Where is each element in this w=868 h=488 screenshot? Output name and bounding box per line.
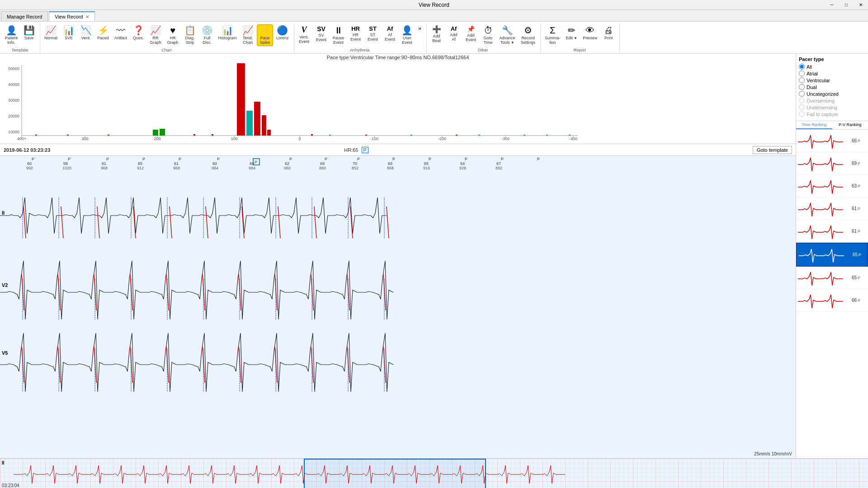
save-button[interactable]: 💾 Save (21, 24, 37, 42)
hr-graph-button[interactable]: ♥ HRGraph (165, 24, 181, 46)
tab-bar: Manage Record View Record ✕ (0, 10, 868, 22)
svg-rect-37 (311, 134, 313, 136)
ranking-list: 66 P 69 P 63 P (796, 130, 868, 458)
normal-button[interactable]: 📈 Normal (42, 24, 60, 42)
st-event-button[interactable]: ST STEvent (365, 24, 381, 43)
rank-item-7[interactable]: 65 P (796, 267, 868, 289)
close-button[interactable]: ✕ (854, 0, 868, 10)
rank-wave-6 (799, 244, 849, 265)
goto-time-button[interactable]: ⏱ GotoTime (480, 24, 496, 46)
hr-event-button[interactable]: HR HREvent (348, 24, 364, 43)
svg-rect-41 (456, 135, 458, 136)
pv-ranking-tab[interactable]: P-V Ranking (832, 121, 868, 129)
rank-wave-8 (798, 290, 848, 310)
svg-line-95 (206, 206, 208, 238)
maximize-button[interactable]: □ (839, 0, 854, 10)
beat-markers-svg: P 60 992 P 58 1020 P 61 968 (14, 157, 796, 170)
pause-event-button[interactable]: ⏸ PauseEvent (330, 24, 347, 46)
pacer-dual-option[interactable]: Dual (799, 84, 865, 90)
rank-item-1[interactable]: 66 P (796, 130, 868, 152)
add-event-button[interactable]: 📌 AddEvent (463, 24, 479, 43)
rank-item-6[interactable]: 65 P (796, 243, 868, 267)
svg-line-140 (239, 347, 241, 383)
goto-template-button[interactable]: Goto template (753, 146, 792, 154)
rank-item-5[interactable]: 61 P (796, 220, 868, 243)
rank-value-6: 65 (849, 252, 858, 257)
af-event-button[interactable]: Af AfEvent (382, 24, 398, 43)
patient-info-button[interactable]: 👤 PatientInfo. (3, 24, 20, 46)
svg-text:58: 58 (63, 161, 68, 166)
rank-wave-4 (798, 198, 848, 219)
vent-button[interactable]: 📉 Vent. (78, 24, 94, 42)
tend-chart-button[interactable]: 📈 Tend.Chart (240, 24, 256, 46)
svg-rect-29 (108, 135, 109, 136)
svg-text:960: 960 (284, 166, 291, 170)
paced-button[interactable]: ⚡ Paced (95, 24, 111, 42)
rank-value-8: 66 (848, 298, 857, 303)
svg-rect-38 (329, 135, 331, 136)
add-af-button[interactable]: Af AddAf (446, 24, 462, 43)
rank-wave-3 (798, 176, 848, 196)
pacer-undersensing-option[interactable]: Undersensing (799, 104, 865, 110)
svg-text:20000: 20000 (8, 114, 19, 118)
svg-text:P: P (106, 157, 109, 161)
bottom-strip: II 03:23:04 (0, 458, 868, 488)
svg-rect-26 (160, 129, 165, 136)
vent-event-button[interactable]: V Vent.Event (296, 24, 312, 45)
arrhythmia-more-button[interactable]: » (416, 24, 424, 33)
tab-view-record[interactable]: View Record ✕ (49, 11, 95, 21)
pacer-oversensing-option[interactable]: Oversensing (799, 98, 865, 103)
preview-button[interactable]: 👁 Preview (580, 24, 599, 42)
rank-item-8[interactable]: 66 P (796, 289, 868, 312)
diag-strip-button[interactable]: 📋 Diag.Strip (182, 24, 198, 46)
edit-button[interactable]: ✏ Edit▼ (563, 24, 580, 42)
rank-item-3[interactable]: 63 P (796, 175, 868, 197)
full-disc-button[interactable]: 💿 FullDisc. (199, 24, 215, 46)
svg-text:50000: 50000 (8, 66, 19, 71)
svg-line-97 (278, 206, 280, 238)
advance-tools-button[interactable]: 🔧 AdvanceTools▼ (497, 24, 518, 46)
add-beat-button[interactable]: ➕ AddBeat (429, 24, 445, 44)
svg-text:P: P (68, 157, 71, 161)
pacer-all-option[interactable]: All (799, 64, 865, 70)
pacer-uncategorized-option[interactable]: Uncategorized (799, 91, 865, 97)
strip-waveform-svg (0, 459, 868, 488)
pacer-type-title: Pacer type (799, 56, 865, 62)
sv-event-button[interactable]: SV SVEvent (313, 24, 330, 43)
svg-line-94 (170, 206, 172, 238)
minimize-button[interactable]: ─ (825, 0, 839, 10)
artifact-button[interactable]: 〰 Artifact (112, 24, 129, 42)
rr-graph-button[interactable]: 📈 RRGraph (147, 24, 164, 46)
ques-button[interactable]: ❓ Ques. (130, 24, 146, 42)
histogram-button[interactable]: 📊 Histogram (216, 24, 239, 42)
svg-rect-27 (35, 135, 37, 136)
lorenz-button[interactable]: 🔵 Lorenz (274, 24, 291, 42)
rank-wave-1 (798, 131, 848, 151)
right-panel: Pacer type All Atrial Ventricular Dual U… (796, 54, 868, 458)
ecg-grid[interactable]: P 60 992 P 58 1020 P 61 968 (0, 156, 796, 458)
user-event-button[interactable]: 👤 UserEvent (399, 24, 415, 46)
pace-spike-button[interactable]: ⚡ PaceSpike (257, 24, 273, 46)
summation-button[interactable]: Σ Summa-tion (542, 24, 562, 46)
svg-text:30000: 30000 (8, 98, 19, 103)
strip-ecg-area[interactable]: II 03:23:04 (0, 459, 868, 488)
tab-manage-record[interactable]: Manage Record (1, 11, 48, 21)
svg-line-144 (383, 347, 386, 383)
sve-button[interactable]: 📊 SVE (61, 24, 77, 42)
rank-item-4[interactable]: 61 P (796, 197, 868, 220)
time-ranking-tab[interactable]: Time Ranking (796, 121, 832, 129)
svg-rect-25 (153, 130, 158, 136)
print-button[interactable]: 🖨 Print (600, 24, 617, 42)
svg-text:P: P (357, 157, 360, 161)
pacer-ventricular-option[interactable]: Ventricular (799, 77, 865, 83)
pacer-fail-capture-option[interactable]: Fail to capture (799, 111, 865, 117)
rank-item-2[interactable]: 69 P (796, 152, 868, 175)
template-group-label: Template (3, 47, 37, 53)
pacer-atrial-option[interactable]: Atrial (799, 70, 865, 76)
svg-line-98 (314, 206, 316, 238)
tab-view-label: View Record (55, 14, 83, 19)
tab-close-icon[interactable]: ✕ (85, 14, 89, 19)
record-settings-button[interactable]: ⚙ RecordSettings (519, 24, 538, 46)
svg-text:P: P (501, 157, 504, 161)
svg-rect-40 (410, 135, 412, 136)
